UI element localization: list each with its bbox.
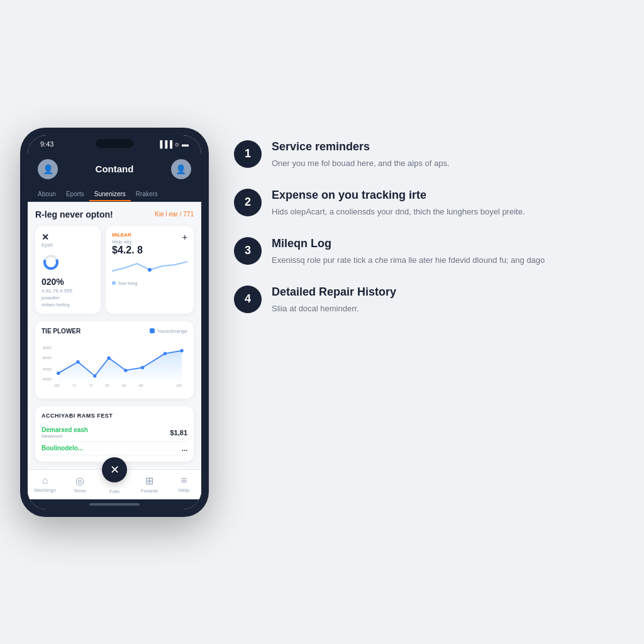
cards-row: ✕ Epsit 020% 4.81.76.4.355 poauiter mila…: [35, 226, 194, 314]
svg-point-14: [164, 352, 167, 355]
phone-notch: [96, 139, 133, 148]
feature-content-1: Service reminders Oner you me fol bouad …: [272, 140, 450, 170]
nav-mechings[interactable]: ⌂ Mechings: [28, 475, 62, 494]
melp-icon: ≡: [181, 475, 187, 486]
nav-label-mechings: Mechings: [34, 487, 55, 493]
repair-sub-1: Newvoorl: [42, 433, 88, 439]
feature-number-4: 4: [234, 286, 262, 313]
feature-item-4: 4 Detailed Repair History Sliia at docal…: [234, 286, 624, 315]
home-indicator: [28, 499, 201, 509]
tab-eports[interactable]: Eports: [61, 187, 89, 201]
nav-melp[interactable]: ≡ Melp: [167, 475, 201, 494]
feature-title-2: Expense on you tracking irte: [272, 189, 525, 203]
tab-aboun[interactable]: Aboun: [33, 187, 61, 201]
feature-number-1: 1: [234, 140, 262, 168]
nav-label-teme: Teme: [74, 488, 86, 494]
nav-tabs: Aboun Eports Sunenizers Rrakers: [28, 187, 201, 202]
feature-content-3: Mileqn Log Exenissq role pur rate tick a…: [272, 237, 545, 267]
feature-number-2: 2: [234, 189, 262, 216]
mileage-header: MILEAR Help aity +: [112, 232, 187, 245]
card1-label: Epsit: [42, 242, 94, 248]
avatar-right[interactable]: 👤: [171, 159, 191, 179]
svg-text:4i5: 4i5: [138, 383, 143, 387]
svg-text:U9: U9: [122, 383, 126, 387]
teme-icon: ◎: [75, 475, 84, 487]
svg-point-15: [180, 349, 183, 352]
feature-desc-3: Exenissq role pur rate tick a che rima l…: [272, 254, 545, 267]
mileage-label: MILEAR: [112, 232, 131, 238]
repair-item-2[interactable]: Boulinodelo... ...: [42, 442, 187, 455]
mileage-card[interactable]: MILEAR Help aity + $4.2. 8: [106, 226, 194, 314]
nav-teme[interactable]: ◎ Teme: [62, 475, 97, 494]
feature-item-1: 1 Service reminders Oner you me fol boua…: [234, 140, 624, 170]
feature-content-4: Detailed Repair History Sliia at docal h…: [272, 286, 396, 315]
feature-title-1: Service reminders: [272, 140, 450, 154]
repairs-card: ACCHIYABI RAMS FEST Demarxed eash Newvoo…: [35, 406, 194, 462]
feature-item-2: 2 Expense on you tracking irte Hids olep…: [234, 189, 624, 218]
svg-text:U5: U5: [105, 383, 109, 387]
nav-label-forarial: Forarial: [141, 488, 158, 494]
svg-text:72: 72: [89, 383, 93, 387]
card1-sub3: milam heltoy: [42, 302, 94, 308]
phone-wrapper: 9:43 ▐▐▐ ⌾ ▬ 👤 Contand 👤 Aboun Epo: [20, 128, 209, 517]
feature-content-2: Expense on you tracking irte Hids olepAc…: [272, 189, 525, 218]
section-header: R-leg never opton! Kie l ear / 771: [35, 209, 194, 219]
donut-chart: [42, 253, 60, 272]
card1-sub1: 4.81.76.4.355: [42, 288, 94, 294]
feature-number-3: 3: [234, 237, 262, 265]
svg-point-2: [148, 268, 152, 272]
app-header: 👤 Contand 👤: [28, 153, 201, 187]
add-icon[interactable]: +: [182, 232, 187, 242]
card1-sub2: poauiter: [42, 295, 94, 301]
repair-amount-1: $1,81: [170, 429, 187, 436]
mileage-sublabel: Help aity: [112, 239, 131, 245]
tab-rrakers[interactable]: Rrakers: [131, 187, 163, 201]
svg-point-11: [107, 356, 110, 359]
bottom-nav: ⌂ Mechings ◎ Teme ✕ Foto ⊞ Forarial: [28, 469, 201, 499]
svg-text:102: 102: [176, 383, 182, 387]
svg-point-9: [76, 360, 79, 363]
nav-label-foto: Foto: [109, 489, 119, 494]
section-link[interactable]: Kie l ear / 771: [155, 211, 194, 218]
feature-title-4: Detailed Repair History: [272, 286, 396, 299]
legend-dot: [112, 281, 116, 285]
area-chart: 3000 6000 4000 0000: [42, 340, 187, 390]
chart-legend-item: YausclInange: [150, 328, 187, 334]
feature-desc-2: Hids olepAcart, a cnoliensds your dnd, t…: [272, 206, 525, 218]
nav-foto[interactable]: ✕ Foto: [97, 475, 131, 494]
fab-button[interactable]: ✕: [102, 457, 127, 482]
expense-card[interactable]: ✕ Epsit 020% 4.81.76.4.355 poauiter mila…: [35, 226, 101, 314]
phone-screen: 9:43 ▐▐▐ ⌾ ▬ 👤 Contand 👤 Aboun Epo: [28, 135, 201, 509]
status-time: 9:43: [40, 140, 53, 148]
svg-point-10: [93, 374, 96, 377]
nav-forarial[interactable]: ⊞ Forarial: [132, 475, 167, 494]
section-title: R-leg never opton!: [35, 209, 113, 219]
chart-header: TIE PLOWER YausclInange: [42, 328, 187, 335]
forarial-icon: ⊞: [145, 475, 153, 487]
feature-desc-1: Oner you me fol bouad here, and the aips…: [272, 157, 450, 170]
svg-point-8: [57, 371, 60, 374]
repair-name-1: Demarxed eash: [42, 426, 88, 433]
svg-point-13: [141, 365, 144, 369]
repairs-title: ACCHIYABI RAMS FEST: [42, 413, 187, 419]
svg-text:71: 71: [72, 383, 76, 387]
phone-device: 9:43 ▐▐▐ ⌾ ▬ 👤 Contand 👤 Aboun Epo: [20, 128, 209, 517]
svg-text:100: 100: [54, 383, 60, 387]
feature-item-3: 3 Mileqn Log Exenissq role pur rate tick…: [234, 237, 624, 267]
feature-title-3: Mileqn Log: [272, 237, 545, 251]
tab-sunenizers[interactable]: Sunenizers: [89, 187, 131, 201]
nav-label-melp: Melp: [179, 487, 189, 493]
repair-item-1[interactable]: Demarxed eash Newvoorl $1,81: [42, 424, 187, 442]
card-x-icon: ✕: [42, 232, 94, 242]
home-bar: [89, 503, 140, 506]
main-container: 9:43 ▐▐▐ ⌾ ▬ 👤 Contand 👤 Aboun Epo: [20, 128, 624, 517]
repair-amount-2: ...: [182, 445, 187, 452]
app-content: R-leg never opton! Kie l ear / 771 ✕ Eps…: [28, 202, 201, 469]
mileage-value: $4.2. 8: [112, 245, 187, 256]
svg-text:6000: 6000: [43, 355, 52, 360]
avatar-left[interactable]: 👤: [38, 159, 58, 179]
feature-desc-4: Sliia at docal heminderr.: [272, 303, 396, 315]
svg-text:4000: 4000: [43, 366, 52, 370]
chart-title: TIE PLOWER: [42, 328, 80, 335]
mini-line-chart: [112, 258, 187, 277]
